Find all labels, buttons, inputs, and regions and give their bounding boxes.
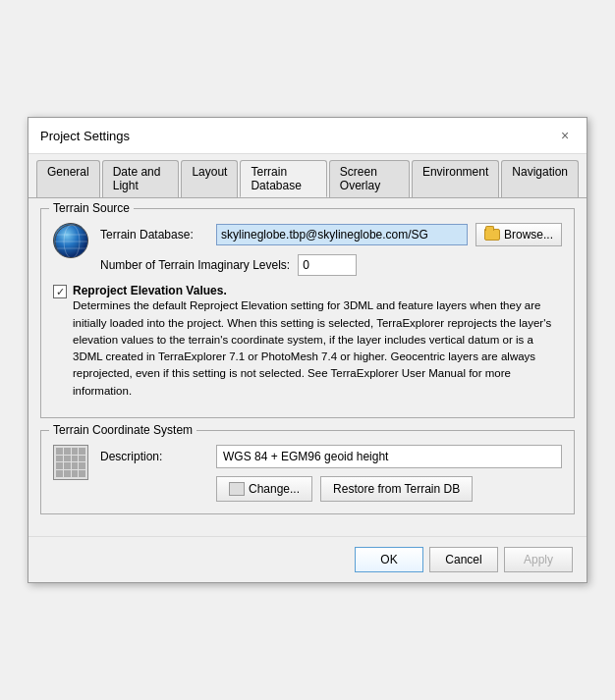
reproject-content: Reproject Elevation Values. Determines t… (73, 284, 562, 400)
project-settings-dialog: Project Settings × General Date and Ligh… (28, 117, 587, 583)
change-label: Change... (249, 482, 300, 496)
close-button[interactable]: × (555, 126, 575, 145)
terrain-coord-content: Description: WGS 84 + EGM96 geoid height… (53, 445, 562, 502)
levels-row: Number of Terrain Imaginary Levels: (100, 254, 562, 276)
coord-desc-label: Description: (100, 450, 208, 463)
reproject-checkbox[interactable] (53, 285, 67, 298)
restore-label: Restore from Terrain DB (333, 482, 460, 496)
grid-cell (79, 462, 85, 469)
change-icon (229, 482, 245, 496)
grid-cell (56, 470, 63, 477)
levels-input[interactable] (298, 254, 357, 276)
grid-cell (64, 448, 71, 455)
tab-layout[interactable]: Layout (181, 160, 238, 197)
title-bar: Project Settings × (28, 118, 587, 154)
grid-cell (56, 448, 63, 455)
tab-general[interactable]: General (36, 160, 100, 197)
dialog-footer: OK Cancel Apply (28, 536, 587, 582)
browse-button[interactable]: Browse... (475, 223, 562, 246)
tab-screen-overlay[interactable]: Screen Overlay (329, 160, 410, 197)
terrain-coord-title: Terrain Coordinate System (49, 423, 196, 437)
terrain-source-group: Terrain Source (40, 208, 575, 418)
globe-icon (53, 223, 88, 258)
grid-cell (56, 462, 63, 469)
grid-cell (79, 448, 85, 455)
terrain-source-title: Terrain Source (49, 201, 134, 215)
grid-cell (72, 470, 79, 477)
grid-icon (53, 445, 88, 480)
reproject-row: Reproject Elevation Values. Determines t… (53, 284, 562, 400)
tab-navigation[interactable]: Navigation (501, 160, 579, 197)
dialog-title: Project Settings (40, 129, 130, 143)
reproject-label: Reproject Elevation Values. (73, 284, 562, 297)
change-button[interactable]: Change... (216, 476, 312, 502)
cancel-button[interactable]: Cancel (429, 547, 498, 572)
grid-cell (72, 462, 79, 469)
terrain-coord-group: Terrain Coordinate System (40, 430, 575, 514)
dialog-body: Terrain Source (28, 198, 587, 536)
restore-button[interactable]: Restore from Terrain DB (320, 476, 473, 502)
coord-desc-value: WGS 84 + EGM96 geoid height (216, 445, 562, 468)
ok-button[interactable]: OK (355, 547, 423, 572)
tab-terrain-database[interactable]: Terrain Database (240, 160, 326, 197)
terrain-db-section: Terrain Database: Browse... Number of Te… (53, 223, 562, 284)
terrain-db-row: Terrain Database: Browse... (100, 223, 562, 246)
coord-desc-row: Description: WGS 84 + EGM96 geoid height (100, 445, 562, 468)
grid-cell (64, 462, 71, 469)
reproject-description: Determines the default Reproject Elevati… (73, 297, 562, 400)
grid-cell (56, 456, 63, 462)
terrain-source-content: Terrain Database: Browse... Number of Te… (53, 223, 562, 400)
grid-cell (79, 456, 85, 462)
coord-button-row: Change... Restore from Terrain DB (216, 476, 562, 502)
folder-icon (484, 229, 500, 241)
coord-fields: Description: WGS 84 + EGM96 geoid height… (100, 445, 562, 502)
grid-cell (72, 448, 79, 455)
apply-button[interactable]: Apply (504, 547, 573, 572)
levels-label: Number of Terrain Imaginary Levels: (100, 258, 290, 272)
tab-date-and-light[interactable]: Date and Light (102, 160, 180, 197)
tab-bar: General Date and Light Layout Terrain Da… (28, 154, 587, 198)
grid-cell (64, 456, 71, 462)
browse-label: Browse... (504, 228, 553, 242)
tab-environment[interactable]: Environment (412, 160, 499, 197)
grid-cell (79, 470, 85, 477)
terrain-db-input[interactable] (216, 224, 468, 245)
coord-section: Description: WGS 84 + EGM96 geoid height… (53, 445, 562, 502)
terrain-db-label: Terrain Database: (100, 228, 208, 242)
grid-cell (72, 456, 79, 462)
terrain-db-fields: Terrain Database: Browse... Number of Te… (100, 223, 562, 284)
grid-cell (64, 470, 71, 477)
